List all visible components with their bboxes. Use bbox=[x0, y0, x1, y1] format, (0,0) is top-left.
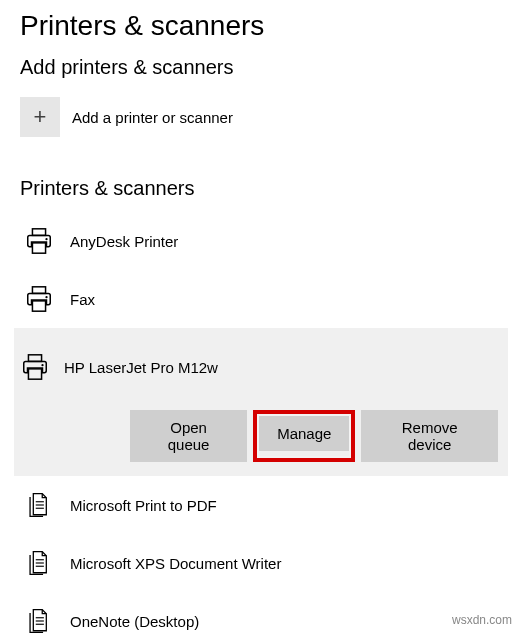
document-icon bbox=[22, 490, 56, 520]
document-icon bbox=[22, 606, 56, 633]
manage-button[interactable]: Manage bbox=[259, 416, 349, 451]
watermark: wsxdn.com bbox=[452, 613, 512, 627]
printer-item[interactable]: Fax bbox=[20, 270, 502, 328]
printer-name: Microsoft Print to PDF bbox=[70, 497, 217, 514]
remove-device-button[interactable]: Remove device bbox=[361, 410, 498, 462]
list-section-heading: Printers & scanners bbox=[20, 177, 502, 200]
printer-icon bbox=[22, 226, 56, 256]
printer-name: OneNote (Desktop) bbox=[70, 613, 199, 630]
printer-item[interactable]: Microsoft Print to PDF bbox=[20, 476, 502, 534]
printer-item[interactable]: Microsoft XPS Document Writer bbox=[20, 534, 502, 592]
open-queue-button[interactable]: Open queue bbox=[130, 410, 247, 462]
highlight-annotation: Manage bbox=[253, 410, 355, 462]
add-printer-row[interactable]: + Add a printer or scanner bbox=[20, 97, 502, 137]
printer-name: Microsoft XPS Document Writer bbox=[70, 555, 281, 572]
printer-name: AnyDesk Printer bbox=[70, 233, 178, 250]
printer-item-selected[interactable]: HP LaserJet Pro M12w Open queue Manage R… bbox=[14, 328, 508, 476]
document-icon bbox=[22, 548, 56, 578]
add-printer-label: Add a printer or scanner bbox=[72, 109, 233, 126]
printer-item[interactable]: OneNote (Desktop) bbox=[20, 592, 502, 633]
printer-name: Fax bbox=[70, 291, 95, 308]
printer-name: HP LaserJet Pro M12w bbox=[64, 359, 218, 376]
plus-icon: + bbox=[20, 97, 60, 137]
page-title: Printers & scanners bbox=[20, 10, 502, 42]
printer-actions: Open queue Manage Remove device bbox=[20, 410, 502, 462]
add-section-heading: Add printers & scanners bbox=[20, 56, 502, 79]
printer-item[interactable]: AnyDesk Printer bbox=[20, 212, 502, 270]
printer-icon bbox=[22, 284, 56, 314]
printer-icon bbox=[20, 352, 50, 382]
